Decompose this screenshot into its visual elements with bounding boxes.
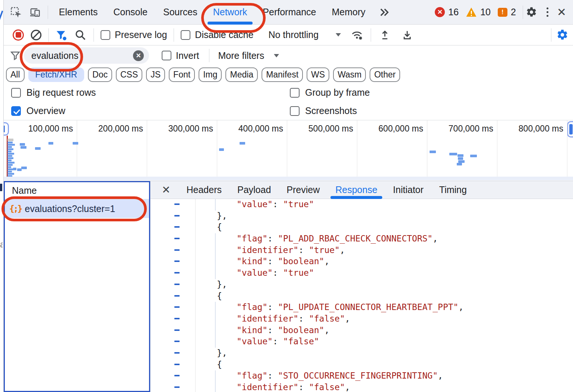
detail-tab-response[interactable]: Response (327, 181, 385, 199)
type-chip-manifest[interactable]: Manifest (262, 67, 303, 82)
request-bar (458, 160, 465, 163)
more-filters-control[interactable]: More filters (218, 50, 279, 61)
detail-tab-payload[interactable]: Payload (229, 181, 279, 199)
type-chip-other[interactable]: Other (370, 67, 400, 82)
tab-sources[interactable]: Sources (155, 0, 205, 25)
response-body[interactable]: "value": "true"},{"flag": "PL_ADD_RBAC_C… (151, 199, 573, 392)
preserve-log-checkbox[interactable] (101, 30, 110, 40)
filter-icon[interactable] (55, 29, 67, 41)
page-fragment: a (0, 239, 3, 248)
big-request-rows-control[interactable]: Big request rows (11, 87, 290, 98)
warning-count[interactable]: 10 (480, 7, 491, 18)
group-by-frame-checkbox[interactable] (290, 88, 300, 98)
error-count[interactable]: 16 (448, 7, 459, 18)
response-line: "kind": "boolean", (151, 256, 573, 268)
inspect-element-icon[interactable] (10, 6, 22, 19)
fold-marker-icon[interactable] (174, 226, 180, 228)
clear-network-log-icon[interactable] (30, 29, 42, 41)
invert-filter-control[interactable]: Invert (162, 50, 199, 61)
fold-marker-icon[interactable] (174, 375, 180, 376)
timeline-gridline (287, 120, 287, 177)
request-bar (7, 173, 14, 175)
request-type-chips: AllFetch/XHRDocCSSJSFontImgMediaManifest… (4, 66, 573, 83)
network-conditions-icon[interactable] (351, 29, 363, 41)
fold-marker-icon[interactable] (174, 352, 180, 354)
device-toolbar-icon[interactable] (29, 6, 42, 19)
screenshots-control[interactable]: Screenshots (290, 105, 357, 116)
disable-cache-checkbox[interactable] (181, 30, 190, 40)
fold-marker-icon[interactable] (174, 329, 180, 331)
overview-left-handle[interactable] (4, 122, 9, 136)
console-warnings-icon[interactable] (466, 7, 477, 17)
issues-icon[interactable]: ! (498, 8, 507, 17)
settings-gear-icon[interactable] (525, 6, 538, 19)
close-details-icon[interactable]: ✕ (162, 184, 170, 196)
request-bar (7, 142, 13, 143)
record-network-log-icon[interactable] (13, 29, 24, 41)
more-tabs-icon[interactable] (373, 7, 395, 17)
timeline-tick-label: 300,000 ms (168, 124, 217, 134)
type-chip-font[interactable]: Font (169, 67, 195, 82)
type-chip-js[interactable]: JS (146, 67, 165, 82)
fold-marker-icon[interactable] (174, 341, 180, 342)
request-bar (219, 148, 224, 151)
fold-marker-icon[interactable] (174, 249, 180, 251)
type-chip-wasm[interactable]: Wasm (333, 67, 366, 82)
request-bar (35, 147, 41, 150)
screenshots-checkbox[interactable] (290, 106, 300, 116)
fold-marker-icon[interactable] (174, 272, 180, 274)
invert-checkbox[interactable] (162, 51, 171, 60)
fold-marker-icon[interactable] (174, 318, 180, 319)
timeline-gridline (497, 120, 497, 177)
detail-tab-preview[interactable]: Preview (279, 181, 327, 199)
devtools-menu-icon[interactable] (540, 7, 555, 17)
tab-console[interactable]: Console (105, 0, 155, 25)
detail-tab-timing[interactable]: Timing (431, 181, 475, 199)
import-har-icon[interactable] (379, 29, 391, 41)
clear-filter-icon[interactable]: ✕ (133, 50, 144, 61)
issue-count[interactable]: 2 (511, 7, 516, 18)
console-errors-icon[interactable]: ✕ (435, 7, 445, 17)
group-by-frame-control[interactable]: Group by frame (290, 87, 370, 98)
type-chip-css[interactable]: CSS (116, 67, 142, 82)
request-bar (7, 153, 14, 155)
fold-marker-icon[interactable] (174, 203, 180, 205)
throttling-select[interactable]: No throttling (268, 29, 341, 40)
fold-marker-icon[interactable] (174, 238, 180, 239)
close-devtools-icon[interactable]: ✕ (555, 6, 573, 19)
request-bar (73, 142, 78, 145)
type-chip-img[interactable]: Img (199, 67, 222, 82)
request-bar (48, 142, 53, 145)
detail-tab-headers[interactable]: Headers (178, 181, 229, 199)
type-chip-doc[interactable]: Doc (88, 67, 112, 82)
devtools-main-tabbar: ElementsConsoleSourcesNetworkPerformance… (4, 0, 573, 25)
overview-checkbox[interactable] (11, 106, 21, 116)
request-bar (20, 146, 26, 149)
fold-marker-icon[interactable] (174, 364, 180, 365)
tab-elements[interactable]: Elements (51, 0, 105, 25)
type-chip-all[interactable]: All (6, 67, 25, 82)
fold-marker-icon[interactable] (174, 284, 180, 285)
timeline-tick-label: 400,000 ms (238, 124, 287, 134)
request-bar (240, 142, 245, 145)
fold-marker-icon[interactable] (174, 306, 180, 308)
request-bar (458, 154, 463, 157)
big-request-rows-checkbox[interactable] (11, 88, 21, 98)
type-chip-ws[interactable]: WS (307, 67, 329, 82)
search-icon[interactable] (74, 29, 87, 41)
preserve-log-control[interactable]: Preserve log (101, 29, 167, 40)
network-settings-gear-icon[interactable] (556, 29, 569, 41)
fold-marker-icon[interactable] (174, 215, 180, 216)
fold-marker-icon[interactable] (174, 386, 180, 388)
fold-marker-icon[interactable] (174, 260, 180, 262)
export-har-icon[interactable] (401, 29, 414, 41)
tab-memory[interactable]: Memory (324, 0, 373, 25)
type-chip-media[interactable]: Media (225, 67, 258, 82)
network-overview-timeline[interactable]: 100,000 ms200,000 ms300,000 ms400,000 ms… (4, 120, 573, 177)
network-filter-row: evaluations ✕ Invert More filters (4, 45, 573, 66)
overview-right-handle[interactable] (567, 121, 573, 137)
fold-marker-icon[interactable] (174, 295, 180, 297)
overview-control[interactable]: Overview (11, 105, 290, 116)
detail-tab-initiator[interactable]: Initiator (385, 181, 431, 199)
request-bar (7, 164, 13, 166)
